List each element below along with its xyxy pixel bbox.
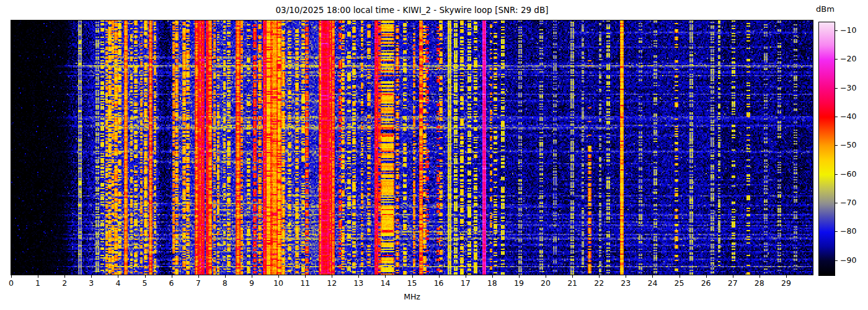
- x-tick: [466, 275, 466, 278]
- colorbar-tick: [835, 231, 838, 232]
- x-tick-label: 7: [189, 278, 208, 288]
- x-tick: [332, 275, 332, 278]
- x-tick-label: 21: [563, 278, 582, 288]
- x-tick: [706, 275, 707, 278]
- x-tick: [305, 275, 306, 278]
- x-tick: [519, 275, 520, 278]
- colorbar-tick-label: −60: [840, 170, 856, 179]
- x-tick-label: 4: [108, 278, 127, 288]
- x-tick-label: 11: [296, 278, 314, 288]
- x-tick-label: 8: [216, 278, 234, 288]
- x-tick: [38, 275, 38, 278]
- x-tick-label: 25: [670, 278, 689, 288]
- x-tick: [492, 275, 493, 278]
- x-tick: [252, 275, 252, 278]
- x-tick: [680, 275, 680, 278]
- x-tick-label: 27: [724, 278, 742, 288]
- x-tick: [439, 275, 440, 278]
- x-tick: [626, 275, 626, 278]
- x-tick-label: 1: [29, 278, 47, 288]
- x-tick-label: 22: [590, 278, 608, 288]
- colorbar-unit-label: dBm: [811, 4, 839, 14]
- x-tick-label: 14: [376, 278, 394, 288]
- x-tick-label: 18: [483, 278, 502, 288]
- colorbar-tick: [835, 59, 838, 60]
- x-tick: [546, 275, 546, 278]
- x-tick-label: 29: [777, 278, 795, 288]
- x-tick-label: 6: [162, 278, 181, 288]
- x-tick: [118, 275, 118, 278]
- x-tick: [385, 275, 386, 278]
- x-tick-label: 12: [322, 278, 341, 288]
- colorbar-tick-label: −50: [840, 141, 856, 149]
- colorbar-tick-label: −90: [840, 257, 856, 265]
- x-tick: [733, 275, 733, 278]
- x-tick-label: 26: [697, 278, 715, 288]
- x-tick-label: 17: [456, 278, 475, 288]
- plot-title: 03/10/2025 18:00 local time - KIWI_2 - S…: [11, 5, 813, 15]
- x-tick: [786, 275, 787, 278]
- spectrogram-canvas: [11, 20, 813, 275]
- x-tick: [64, 275, 65, 278]
- x-tick: [278, 275, 279, 278]
- x-tick-label: 23: [616, 278, 635, 288]
- x-tick-label: 24: [643, 278, 662, 288]
- colorbar-tick-label: −70: [840, 199, 856, 207]
- x-tick-label: 3: [82, 278, 100, 288]
- colorbar-tick: [835, 30, 838, 31]
- x-tick-label: 19: [510, 278, 528, 288]
- colorbar-tick: [835, 174, 838, 175]
- x-tick-label: 16: [430, 278, 448, 288]
- colorbar-tick-label: −40: [840, 113, 856, 121]
- spectrogram-plot: [11, 20, 813, 275]
- x-tick-label: 9: [242, 278, 261, 288]
- colorbar-tick-label: −20: [840, 55, 856, 63]
- colorbar-tick-label: −30: [840, 84, 856, 92]
- x-tick: [412, 275, 413, 278]
- x-tick: [760, 275, 760, 278]
- colorbar: [818, 22, 835, 276]
- x-tick: [91, 275, 92, 278]
- x-tick: [652, 275, 653, 278]
- x-tick: [358, 275, 359, 278]
- x-tick: [572, 275, 573, 278]
- colorbar-tick: [835, 260, 838, 261]
- x-tick-label: 28: [750, 278, 769, 288]
- x-tick: [11, 275, 12, 278]
- x-tick-label: 10: [269, 278, 288, 288]
- x-tick-label: 15: [403, 278, 422, 288]
- colorbar-tick: [835, 117, 838, 117]
- spectrogram-figure: 03/10/2025 18:00 local time - KIWI_2 - S…: [0, 0, 868, 310]
- x-tick: [172, 275, 172, 278]
- x-tick: [225, 275, 226, 278]
- x-tick: [145, 275, 146, 278]
- colorbar-tick-label: −10: [840, 27, 856, 35]
- colorbar-tick: [835, 88, 838, 89]
- x-tick: [198, 275, 199, 278]
- x-tick-label: 0: [2, 278, 20, 288]
- colorbar-tick-label: −80: [840, 228, 856, 236]
- x-tick-label: 2: [55, 278, 74, 288]
- x-tick: [599, 275, 600, 278]
- x-tick-label: 13: [349, 278, 368, 288]
- colorbar-tick: [835, 203, 838, 203]
- x-tick-label: 20: [536, 278, 555, 288]
- x-tick-label: 5: [136, 278, 154, 288]
- colorbar-tick: [835, 145, 838, 146]
- x-axis-label: MHz: [11, 292, 813, 301]
